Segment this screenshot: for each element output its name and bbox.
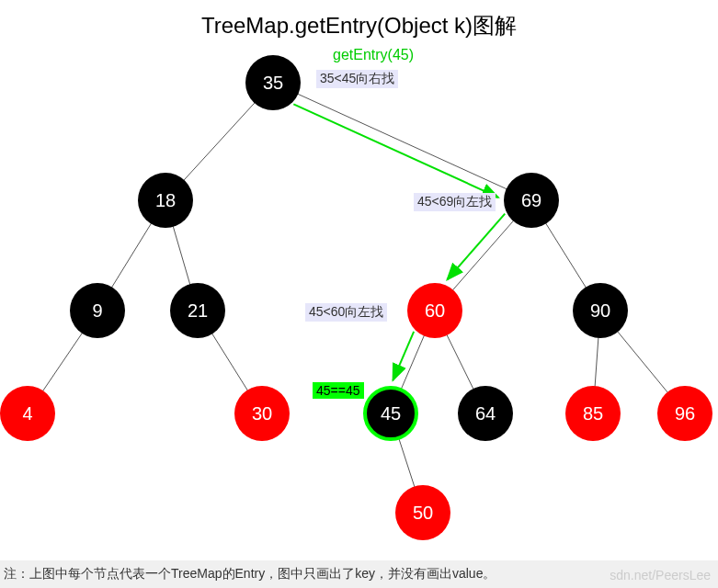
watermark: sdn.net/PeersLee xyxy=(610,568,711,582)
tree-node-69: 69 xyxy=(504,173,559,228)
annotation-step1: 35<45向右找 xyxy=(316,70,398,88)
tree-node-50: 50 xyxy=(395,485,450,540)
tree-node-30: 30 xyxy=(234,386,290,441)
tree-node-85: 85 xyxy=(565,386,621,441)
tree-node-60: 60 xyxy=(407,283,462,338)
annotation-step2: 45<69向左找 xyxy=(414,193,496,211)
tree-node-21: 21 xyxy=(170,283,225,338)
annotation-step4: 45==45 xyxy=(313,382,364,399)
search-arrow xyxy=(293,104,498,197)
search-arrow xyxy=(393,332,414,380)
annotation-call: getEntry(45) xyxy=(329,46,417,64)
tree-node-96: 96 xyxy=(657,386,712,441)
search-arrow xyxy=(447,214,505,280)
tree-node-64: 64 xyxy=(458,386,513,441)
tree-node-90: 90 xyxy=(573,283,628,338)
tree-node-4: 4 xyxy=(0,386,55,441)
tree-node-9: 9 xyxy=(70,283,125,338)
tree-node-45: 45 xyxy=(363,386,418,441)
annotation-step3: 45<60向左找 xyxy=(305,303,387,322)
tree-node-35: 35 xyxy=(245,55,301,110)
tree-node-18: 18 xyxy=(138,173,193,228)
edge xyxy=(273,83,531,200)
